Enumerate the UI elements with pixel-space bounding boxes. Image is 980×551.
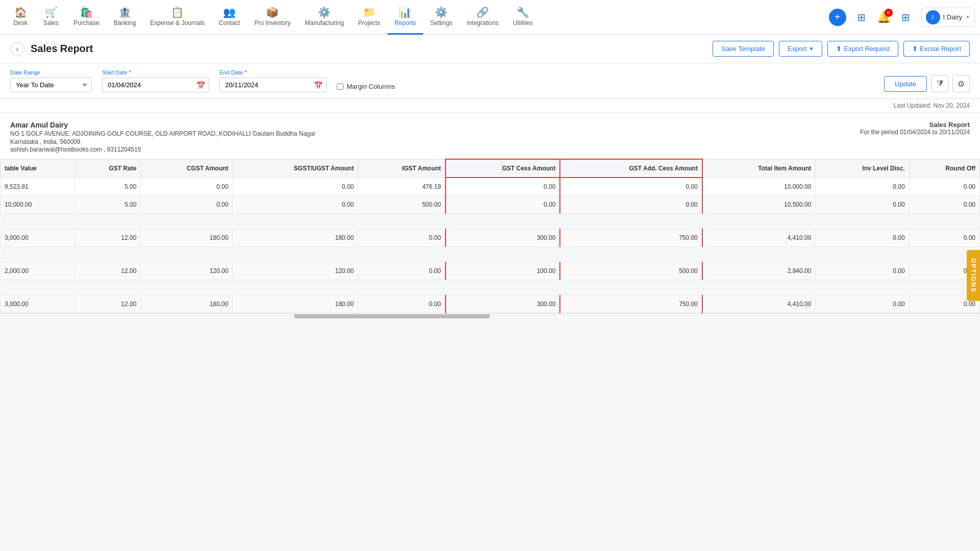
col-inv-level-disc: Inv Level Disc.: [816, 159, 909, 178]
nav-sales-label: Sales: [43, 19, 59, 27]
margin-columns-label[interactable]: Margin Columns: [347, 83, 395, 90]
cell-gst_rate: 12.00: [75, 262, 141, 280]
date-range-select[interactable]: Year To Date This Month Last Month Custo…: [10, 78, 92, 92]
nav-pro-inventory-label: Pro Inventory: [254, 19, 290, 27]
company-address-line1: NO 1 GOLF AVENUE, ADJOINING GOLF COURSE,…: [10, 130, 970, 137]
cell-total_item: 10,000.00: [702, 178, 816, 196]
company-name: Amar Amul Dairy: [10, 121, 970, 129]
cell-igst_amount: 476.19: [358, 178, 446, 196]
purchase-icon: 🛍️: [80, 6, 93, 18]
header-row: table Value GST Rate CGST Amount SGST/UG…: [1, 159, 980, 178]
nav-reports[interactable]: 📊 Reports: [387, 0, 423, 35]
manufacturing-icon: ⚙️: [318, 6, 331, 18]
grid-view-button[interactable]: ⊞: [897, 8, 915, 27]
export-button[interactable]: Export ▼: [779, 41, 822, 57]
export-request-button[interactable]: ⬆ Export Request: [827, 41, 898, 57]
nav-manufacturing-label: Manufacturing: [305, 19, 344, 27]
export-label: Export: [788, 45, 807, 53]
cell-taxable_value: 9,523.81: [1, 178, 75, 196]
cell-total_item: 10,500.00: [702, 196, 816, 214]
cell-taxable_value: 10,000.00: [1, 196, 75, 214]
page-title: Sales Report: [31, 43, 93, 55]
save-template-button[interactable]: Save Template: [713, 41, 774, 57]
horizontal-scrollbar[interactable]: [0, 313, 980, 319]
nav-expense[interactable]: 📋 Expense & Journals: [143, 0, 212, 35]
cell-gst_cess_amount: 300.00: [446, 295, 560, 313]
nav-projects-label: Projects: [358, 19, 380, 27]
settings-icon-button[interactable]: ⚙: [952, 75, 970, 92]
cell-gst_rate: 12.00: [75, 229, 141, 247]
nav-purchase[interactable]: 🛍️ Purchase: [66, 0, 107, 35]
col-igst-amount: IGST Amount: [358, 159, 446, 178]
col-cgst-amount: CGST Amount: [141, 159, 233, 178]
user-menu[interactable]: I I Dairy ▼: [921, 8, 975, 27]
col-gst-rate: GST Rate: [75, 159, 141, 178]
nav-pro-inventory[interactable]: 📦 Pro Inventory: [247, 0, 298, 35]
start-date-calendar-icon[interactable]: 📅: [197, 81, 205, 89]
back-button[interactable]: ‹: [10, 42, 24, 56]
nav-settings-label: Settings: [430, 19, 452, 27]
cell-cgst_amount: 0.00: [141, 196, 233, 214]
start-date-filter: Start Date * 📅: [102, 69, 209, 92]
nav-contact-label: Contact: [219, 19, 240, 27]
company-address-line2: Karnataka , India, 560008: [10, 138, 970, 145]
cell-round_off: 0.00: [909, 196, 979, 214]
cell-gst_add_cess: 0.00: [560, 178, 702, 196]
start-date-label: Start Date *: [102, 69, 209, 76]
export-dropdown-icon: ▼: [809, 46, 814, 52]
nav-projects[interactable]: 📁 Projects: [351, 0, 387, 35]
filter-icon-button[interactable]: ⧩: [931, 75, 948, 92]
cell-gst_add_cess: 750.00: [560, 295, 702, 313]
col-gst-cess-amount: GST Cess Amount: [446, 159, 560, 178]
cell-inv_level_disc: 0.00: [816, 178, 909, 196]
notification-count: 0: [885, 9, 893, 17]
notification-bell[interactable]: 🔔 0: [877, 11, 891, 24]
cell-cgst_amount: 180.00: [141, 295, 233, 313]
add-button[interactable]: +: [829, 9, 846, 26]
nav-desk[interactable]: 🏠 Desk: [5, 0, 36, 35]
options-tab[interactable]: OPTIONS: [967, 250, 980, 301]
end-date-input[interactable]: [219, 78, 327, 92]
nav-integrations[interactable]: 🔗 Integrations: [459, 0, 506, 35]
expense-icon: 📋: [171, 6, 184, 18]
cell-sgst_amount: 0.00: [233, 196, 358, 214]
margin-columns-checkbox[interactable]: [337, 83, 344, 90]
start-date-input-wrapper: 📅: [102, 78, 209, 92]
cell-cgst_amount: 0.00: [141, 178, 233, 196]
nav-utilities[interactable]: 🔧 Utilities: [506, 0, 540, 35]
update-button[interactable]: Update: [884, 76, 927, 92]
cell-gst_add_cess: 500.00: [560, 262, 702, 280]
excise-report-icon: ⬆: [912, 45, 918, 53]
cell-inv_level_disc: 0.00: [816, 262, 909, 280]
table-icon-button[interactable]: ⊞: [852, 8, 871, 27]
table-body: 9,523.815.000.000.00476.190.000.0010,000…: [1, 178, 980, 313]
cell-total_item: 4,410.00: [702, 295, 816, 313]
cell-sgst_amount: 0.00: [233, 178, 358, 196]
nav-manufacturing[interactable]: ⚙️ Manufacturing: [298, 0, 351, 35]
cell-gst_cess_amount: 0.00: [446, 196, 560, 214]
nav-banking[interactable]: 🏦 Banking: [107, 0, 143, 35]
save-template-label: Save Template: [721, 45, 765, 53]
cell-igst_amount: 0.00: [358, 295, 446, 313]
nav-desk-label: Desk: [13, 19, 27, 27]
scrollbar-thumb[interactable]: [294, 314, 490, 318]
contact-icon: 👥: [223, 6, 236, 18]
header-actions: Save Template Export ▼ ⬆ Export Request …: [713, 41, 970, 57]
nav-contact[interactable]: 👥 Contact: [212, 0, 247, 35]
report-table-container: table Value GST Rate CGST Amount SGST/UG…: [0, 159, 980, 313]
nav-sales[interactable]: 🛒 Sales: [36, 0, 66, 35]
excise-report-button[interactable]: ⬆ Excise Report: [903, 41, 970, 57]
pro-inventory-icon: 📦: [266, 6, 279, 18]
cell-gst_cess_amount: 300.00: [446, 229, 560, 247]
nav-expense-label: Expense & Journals: [150, 19, 205, 27]
company-info: Sales Report For the period 01/04/2024 t…: [0, 113, 980, 159]
date-range-filter: Date Range Year To Date This Month Last …: [10, 69, 92, 92]
cell-total_item: 2,840.00: [702, 262, 816, 280]
start-date-input[interactable]: [102, 78, 209, 92]
top-navigation: 🏠 Desk 🛒 Sales 🛍️ Purchase 🏦 Banking 📋 E…: [0, 0, 980, 35]
cell-igst_amount: 0.00: [358, 229, 446, 247]
end-date-calendar-icon[interactable]: 📅: [314, 81, 323, 89]
banking-icon: 🏦: [118, 6, 131, 18]
nav-settings[interactable]: ⚙️ Settings: [423, 0, 459, 35]
cell-inv_level_disc: 0.00: [816, 295, 909, 313]
